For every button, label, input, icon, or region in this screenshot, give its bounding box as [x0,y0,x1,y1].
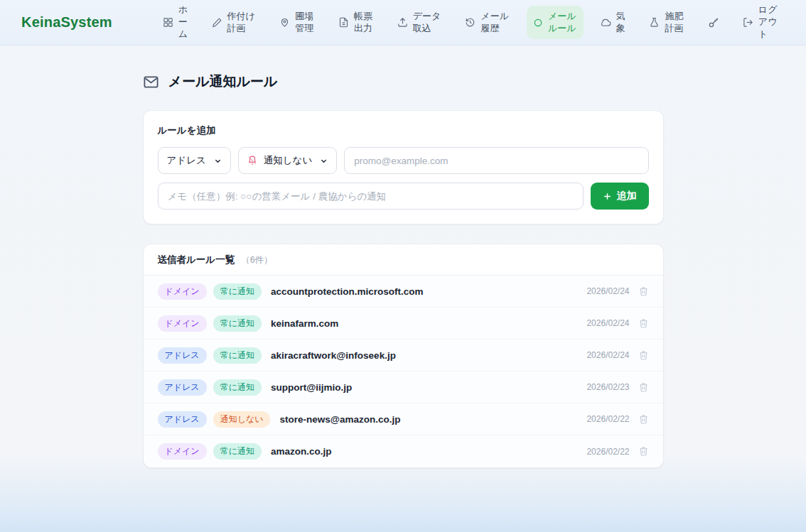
rule-type-select-value: アドレス [167,154,206,167]
nav-item-label: 圃場管理 [295,11,315,35]
nav-item-logout[interactable]: ログアウト [736,0,785,45]
nav-item-fertilizer-plan[interactable]: 施肥計画 [643,6,691,40]
flask-icon [649,17,660,28]
chevron-down-icon [214,157,222,165]
trash-icon [638,446,649,457]
rule-type-badge: アドレス [158,411,207,428]
delete-rule-button[interactable] [638,414,649,425]
delete-rule-button[interactable] [638,446,649,457]
rule-row: ドメイン 常に通知 amazon.co.jp 2026/02/22 [144,435,663,467]
add-rule-title: ルールを追加 [158,124,649,137]
sender-rules-card: 送信者ルール一覧 （6件） ドメイン 常に通知 accountprotectio… [143,244,664,468]
rule-type-badge: アドレス [158,347,207,364]
add-rule-card: ルールを追加 アドレス 通知しない [143,110,664,224]
rules-list-header: 送信者ルール一覧 （6件） [144,244,663,276]
address-input[interactable] [344,147,648,174]
cloud-icon [601,17,611,28]
delete-rule-button[interactable] [638,382,649,393]
rule-value: amazon.co.jp [271,446,332,457]
memo-input[interactable] [158,183,584,210]
chevron-down-icon [320,157,328,165]
nav-item-weather[interactable]: 気象 [594,6,633,40]
rule-value: store-news@amazon.co.jp [279,414,400,425]
nav-item-report-output[interactable]: 帳票出力 [332,6,380,40]
nav-item-mail-rules[interactable]: メールルール [527,6,584,40]
map-pin-icon [279,17,290,28]
rule-action-badge: 常に通知 [213,315,262,332]
rule-date: 2026/02/24 [586,318,629,328]
nav-item-field-management[interactable]: 圃場管理 [273,6,321,40]
nav-item-home[interactable]: ホーム [156,0,195,45]
file-icon [338,17,349,28]
nav-item-data-import[interactable]: データ取込 [391,6,448,40]
rule-action-select-value: 通知しない [264,154,312,167]
rule-type-badge: ドメイン [158,315,207,332]
pencil-icon [212,17,222,28]
trash-icon [638,350,649,361]
nav-item-label: 気象 [616,11,626,35]
envelope-icon [143,74,159,90]
logout-icon [743,17,753,28]
rule-action-badge: 常に通知 [213,283,262,300]
history-icon [465,17,475,28]
delete-rule-button[interactable] [638,286,649,297]
rule-action-badge: 通知しない [213,411,271,428]
plus-icon [603,192,612,201]
main-content: メール通知ルール ルールを追加 アドレス 通知しない [143,45,664,468]
nav-item-label: 帳票出力 [354,11,374,35]
rules-count: （6件） [241,254,272,266]
rule-date: 2026/02/24 [586,350,629,360]
rule-date: 2026/02/22 [586,414,629,424]
nav-item-label: メールルール [548,11,577,35]
rules-list-title: 送信者ルール一覧 [158,254,235,266]
trash-icon [638,382,649,393]
nav-items: ホーム 作付け計画 圃場管理 帳票出力 データ取込 [156,0,785,45]
rule-date: 2026/02/24 [586,286,629,296]
rule-type-badge: ドメイン [158,443,207,460]
rule-action-badge: 常に通知 [213,443,262,460]
rule-row: アドレス 常に通知 support@iijmio.jp 2026/02/23 [144,371,663,403]
circle-icon [533,18,543,28]
rule-row: アドレス 常に通知 akiracraftwork@infoseek.jp 202… [144,340,663,371]
key-icon [708,17,719,28]
rule-action-select[interactable]: 通知しない [238,147,337,174]
upload-icon [397,17,408,28]
rule-action-badge: 常に通知 [213,379,262,396]
app-logo: KeinaSystem [21,14,112,31]
nav-item-mail-history[interactable]: メール履歴 [458,6,516,40]
rule-value: accountprotection.microsoft.com [271,286,424,297]
rule-row: ドメイン 常に通知 keinafarm.com 2026/02/24 [144,308,663,340]
nav-item-label: 作付け計画 [227,11,257,35]
nav-item-label: ホーム [178,4,188,40]
nav-item-label: データ取込 [413,11,442,35]
nav-item-planting-plan[interactable]: 作付け計画 [205,6,263,40]
trash-icon [638,414,649,425]
rules-rows: ドメイン 常に通知 accountprotection.microsoft.co… [144,276,663,467]
delete-rule-button[interactable] [638,350,649,361]
rule-action-badge: 常に通知 [213,347,262,364]
rule-type-badge: ドメイン [158,283,207,300]
rule-type-select[interactable]: アドレス [158,147,231,174]
nav-item-label: ログアウト [758,4,778,40]
rule-value: support@iijmio.jp [271,382,352,393]
top-navigation: KeinaSystem ホーム 作付け計画 圃場管理 帳票出力 [0,0,806,45]
rule-row: アドレス 通知しない store-news@amazon.co.jp 2026/… [144,403,663,435]
bell-off-icon [247,156,257,165]
rule-type-badge: アドレス [158,379,207,396]
rule-date: 2026/02/23 [586,382,629,392]
nav-item-label: 施肥計画 [665,11,684,35]
delete-rule-button[interactable] [638,318,649,329]
grid-icon [163,17,173,28]
page-title: メール通知ルール [168,72,278,91]
rule-value: keinafarm.com [271,318,338,329]
rule-row: ドメイン 常に通知 accountprotection.microsoft.co… [144,276,663,308]
rule-date: 2026/02/22 [586,447,629,457]
trash-icon [638,286,649,297]
add-button-label: 追加 [617,190,637,202]
add-rule-button[interactable]: 追加 [591,183,649,210]
rule-value: akiracraftwork@infoseek.jp [271,350,396,361]
nav-item-key[interactable] [702,12,726,33]
nav-item-label: メール履歴 [480,11,510,35]
trash-icon [638,318,649,329]
